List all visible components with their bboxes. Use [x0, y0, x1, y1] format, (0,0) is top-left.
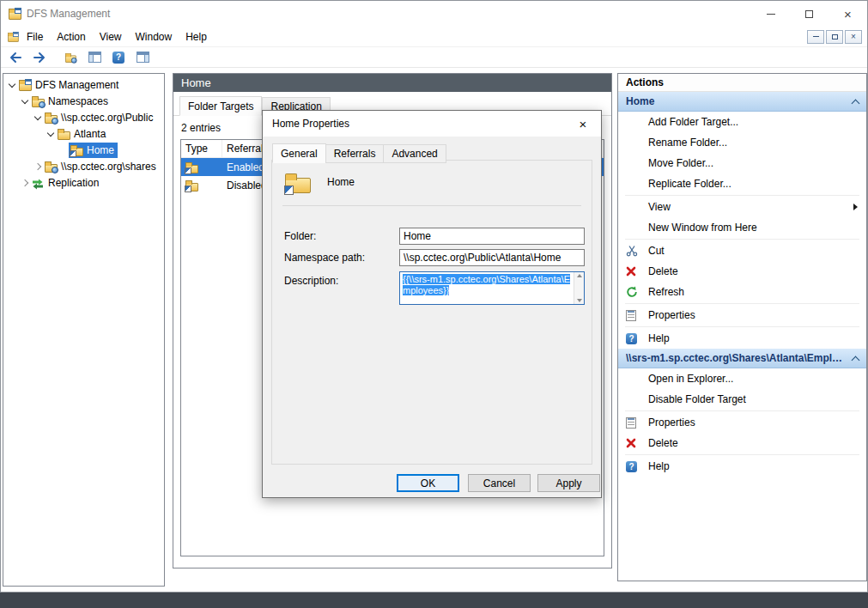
maximize-button[interactable] — [790, 1, 829, 27]
mdi-restore-button[interactable] — [826, 30, 843, 44]
namespace-path-label: Namespace path: — [284, 252, 365, 264]
collapse-chevron-icon[interactable] — [46, 129, 56, 139]
cancel-button[interactable]: Cancel — [468, 474, 531, 492]
delete-icon — [626, 438, 648, 448]
scissors-icon — [626, 245, 648, 257]
collapse-chevron-icon[interactable] — [7, 80, 17, 90]
help-button[interactable]: ? — [109, 49, 128, 66]
mdi-window-controls: × — [807, 30, 862, 44]
action-view[interactable]: View — [618, 197, 866, 217]
tree-item-label: \\sp.cctec.org\shares — [60, 161, 157, 173]
menu-window[interactable]: Window — [129, 28, 179, 46]
namespace-path-field[interactable] — [399, 249, 585, 266]
actions-section-folder-target[interactable]: \\srs-m1.sp.cctec.org\Shares\Atlanta\Emp… — [618, 349, 866, 368]
action-delete[interactable]: Delete — [618, 261, 866, 282]
namespace-icon — [44, 111, 58, 125]
description-label: Description: — [284, 275, 338, 287]
collapse-chevron-icon[interactable] — [33, 112, 43, 123]
action-label: Move Folder... — [648, 157, 713, 169]
dialog-title: Home Properties — [272, 118, 349, 130]
export-list-button[interactable] — [61, 49, 80, 66]
action-rename-folder[interactable]: Rename Folder... — [618, 132, 866, 153]
action-disable-folder-target[interactable]: Disable Folder Target — [618, 389, 866, 410]
dialog-titlebar: Home Properties × — [263, 111, 601, 137]
action-label: New Window from Here — [648, 222, 757, 234]
column-header-type[interactable]: Type — [181, 140, 222, 157]
collapse-chevron-icon[interactable] — [20, 96, 30, 106]
section-header-label: \\srs-m1.sp.cctec.org\Shares\Atlanta\Emp… — [626, 352, 846, 364]
actions-pane: Actions Home Add Folder Target... Rename… — [617, 73, 867, 581]
help-icon: ? — [626, 461, 648, 472]
action-refresh[interactable]: Refresh — [618, 282, 866, 302]
tree-item-atlanta[interactable]: Atlanta — [3, 125, 164, 142]
folder-name: Home — [327, 176, 355, 188]
dialog-close-button[interactable]: × — [565, 111, 601, 137]
description-scrollbar[interactable] — [574, 272, 584, 304]
tab-referrals[interactable]: Referrals — [325, 144, 385, 163]
action-cut[interactable]: Cut — [618, 240, 866, 261]
tab-folder-targets[interactable]: Folder Targets — [179, 96, 262, 116]
folder-identity: Home — [284, 170, 355, 194]
action-label: Delete — [648, 265, 678, 277]
tree-item-namespace-public[interactable]: \\sp.cctec.org\Public — [3, 109, 164, 125]
action-open-in-explorer[interactable]: Open in Explorer... — [618, 368, 866, 389]
action-label: View — [648, 201, 671, 213]
scroll-down-icon[interactable] — [577, 299, 582, 302]
window-controls: × — [751, 1, 867, 27]
section-header-label: Home — [626, 95, 846, 107]
minimize-button[interactable] — [751, 1, 790, 27]
description-text: {{\\srs-m1.sp.cctec.org\Shares\Atlanta\E… — [400, 272, 574, 304]
action-new-window[interactable]: New Window from Here — [618, 217, 866, 238]
close-icon: × — [580, 117, 587, 131]
chevron-up-icon[interactable] — [852, 99, 860, 107]
folder-field[interactable] — [399, 228, 585, 245]
tree-item-dfs-management[interactable]: DFS Management — [3, 76, 164, 93]
results-pane-title: Home — [173, 74, 611, 92]
back-button[interactable] — [6, 49, 25, 66]
console-icon — [7, 31, 19, 43]
show-hide-action-pane-button[interactable] — [133, 49, 152, 66]
action-target-help[interactable]: ? Help — [618, 456, 866, 477]
action-replicate-folder[interactable]: Replicate Folder... — [618, 173, 866, 194]
chevron-up-icon[interactable] — [852, 356, 860, 364]
forward-button[interactable] — [30, 49, 49, 66]
mdi-minimize-button[interactable] — [807, 30, 824, 44]
description-field[interactable]: {{\\srs-m1.sp.cctec.org\Shares\Atlanta\E… — [399, 271, 585, 305]
close-button[interactable]: × — [829, 1, 867, 27]
tree-item-label: \\sp.cctec.org\Public — [60, 112, 154, 124]
back-arrow-icon — [9, 51, 22, 64]
action-label: Help — [648, 460, 670, 472]
menubar: File Action View Window Help × — [1, 27, 867, 47]
actions-section-home[interactable]: Home — [618, 92, 866, 112]
tab-advanced[interactable]: Advanced — [383, 144, 446, 163]
action-properties[interactable]: Properties — [618, 305, 866, 325]
tree-item-label: DFS Management — [34, 79, 119, 91]
tree-item-replication[interactable]: Replication — [3, 174, 164, 191]
mdi-close-button[interactable]: × — [845, 30, 862, 44]
tree-item-home[interactable]: Home — [3, 142, 164, 158]
action-label: Disable Folder Target — [648, 393, 746, 405]
selected-text: {{\\srs-m1.sp.cctec.org\Shares\Atlanta\E… — [403, 274, 570, 295]
menu-action[interactable]: Action — [50, 28, 92, 46]
action-add-folder-target[interactable]: Add Folder Target... — [618, 112, 866, 132]
expand-chevron-icon[interactable] — [33, 161, 43, 172]
scroll-up-icon[interactable] — [577, 274, 582, 277]
menu-file[interactable]: File — [20, 28, 50, 46]
tree-item-namespace-shares[interactable]: \\sp.cctec.org\shares — [3, 158, 164, 174]
ok-button[interactable]: OK — [397, 474, 459, 492]
action-help[interactable]: ? Help — [618, 328, 866, 349]
tree-item-namespaces[interactable]: Namespaces — [3, 93, 164, 109]
apply-button[interactable]: Apply — [537, 474, 600, 492]
taskbar-strip — [0, 593, 868, 608]
action-target-delete[interactable]: Delete — [618, 433, 866, 453]
show-hide-console-tree-button[interactable] — [85, 49, 104, 66]
folder-target-icon — [185, 179, 198, 192]
action-label: Properties — [648, 416, 695, 429]
tab-general[interactable]: General — [272, 143, 326, 163]
action-target-properties[interactable]: Properties — [618, 412, 866, 433]
action-move-folder[interactable]: Move Folder... — [618, 153, 866, 173]
menu-view[interactable]: View — [93, 28, 129, 46]
expand-chevron-icon[interactable] — [20, 178, 30, 188]
menu-help[interactable]: Help — [179, 28, 214, 46]
toolbar: ? — [1, 47, 867, 68]
